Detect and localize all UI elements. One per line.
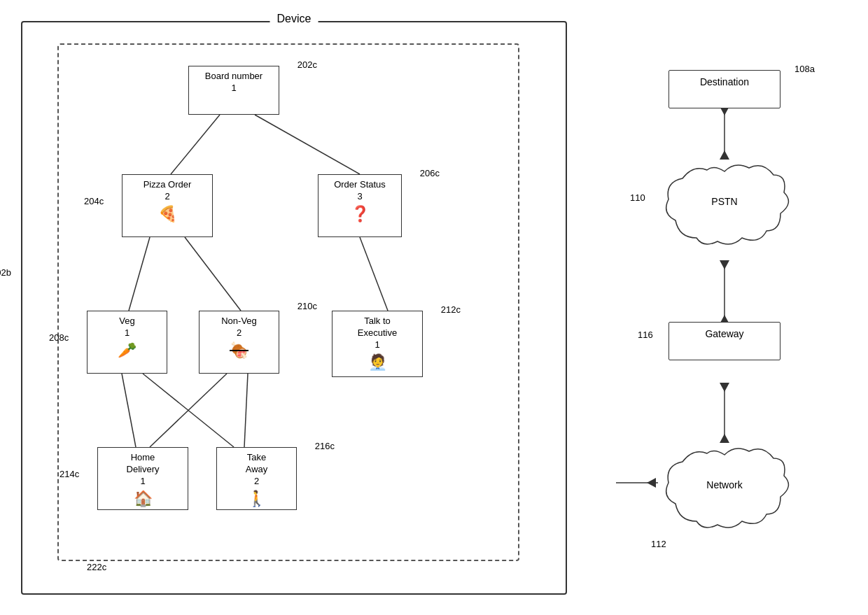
device-label: Device xyxy=(270,13,318,25)
pizza-icon: 🍕 xyxy=(128,204,206,225)
destination-label: Destination xyxy=(700,76,749,87)
svg-line-4 xyxy=(360,237,388,311)
talk-executive-label: Talk toExecutive1 xyxy=(358,316,397,350)
question-icon: ❓ xyxy=(324,204,396,225)
non-veg-box: Non-Veg2 🍖 210c xyxy=(199,311,279,374)
label-102b: 102b xyxy=(0,267,11,278)
svg-line-2 xyxy=(129,237,150,311)
home-delivery-box: HomeDelivery1 🏠 214c xyxy=(97,447,188,510)
walk-icon: 🚶 xyxy=(223,489,290,509)
ref-112: 112 xyxy=(651,539,666,549)
ref-208c: 208c xyxy=(49,332,69,344)
right-panel: Destination 108a PSTN 110 Gateway 116 Ne… xyxy=(616,28,847,588)
ref-206c: 206c xyxy=(420,168,440,180)
veg-icon: 🥕 xyxy=(93,341,161,361)
non-veg-icon: 🍖 xyxy=(205,341,273,361)
inner-dashed-box: 222c Board number1 202c xyxy=(57,43,519,561)
gateway-box: Gateway 116 xyxy=(668,322,780,360)
take-away-box: TakeAway2 🚶 216c xyxy=(216,447,297,510)
pstn-cloud-svg: PSTN xyxy=(658,157,791,262)
svg-line-5 xyxy=(122,374,136,447)
svg-line-6 xyxy=(143,374,234,447)
label-222c: 222c xyxy=(87,562,106,572)
home-icon: 🏠 xyxy=(104,489,182,509)
take-away-label: TakeAway2 xyxy=(246,452,268,486)
ref-214c: 214c xyxy=(59,469,79,481)
board-number-label: Board number1 xyxy=(205,71,262,93)
network-cloud-svg: Network xyxy=(658,441,791,546)
ref-210c: 210c xyxy=(298,301,317,313)
svg-line-1 xyxy=(255,115,360,174)
gateway-label: Gateway xyxy=(705,328,743,339)
board-number-box: Board number1 202c xyxy=(188,66,279,115)
svg-text:PSTN: PSTN xyxy=(711,196,737,207)
svg-line-7 xyxy=(150,374,227,447)
svg-text:Network: Network xyxy=(706,479,743,490)
home-delivery-label: HomeDelivery1 xyxy=(127,452,160,486)
ref-202c: 202c xyxy=(298,59,317,71)
non-veg-label: Non-Veg2 xyxy=(221,316,257,338)
ref-108a: 108a xyxy=(794,64,815,74)
executive-icon: 🧑‍💼 xyxy=(338,353,416,373)
talk-executive-box: Talk toExecutive1 🧑‍💼 212c xyxy=(332,311,423,377)
svg-marker-18 xyxy=(720,383,729,392)
svg-line-0 xyxy=(171,115,220,174)
svg-line-3 xyxy=(185,237,241,311)
device-container: Device 222c Board number1 xyxy=(21,21,567,595)
pstn-cloud: PSTN 110 xyxy=(658,157,791,262)
ref-216c: 216c xyxy=(315,441,335,453)
order-status-label: Order Status3 xyxy=(334,179,386,202)
ref-110: 110 xyxy=(630,192,645,203)
destination-box: Destination 108a xyxy=(668,70,780,108)
ref-204c: 204c xyxy=(84,196,104,208)
pizza-order-box: Pizza Order2 🍕 204c xyxy=(122,174,213,237)
svg-line-8 xyxy=(244,374,248,447)
network-cloud: Network 112 xyxy=(658,441,791,546)
pizza-order-label: Pizza Order2 xyxy=(144,179,192,202)
order-status-box: Order Status3 ❓ 206c xyxy=(318,174,402,237)
svg-marker-19 xyxy=(647,478,656,488)
veg-label: Veg1 xyxy=(119,316,134,338)
veg-box: Veg1 🥕 208c xyxy=(87,311,167,374)
ref-212c: 212c xyxy=(441,304,461,316)
ref-116: 116 xyxy=(638,330,653,340)
